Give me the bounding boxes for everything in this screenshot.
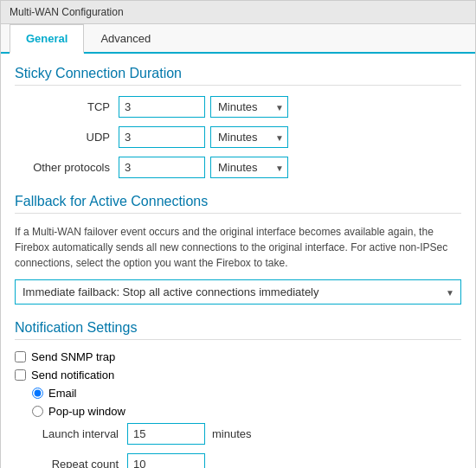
tab-general[interactable]: General bbox=[10, 24, 84, 54]
tcp-row: TCP Minutes Hours Seconds ▼ bbox=[15, 96, 461, 118]
window-title: Multi-WAN Configuration bbox=[1, 1, 475, 24]
snmp-trap-checkbox[interactable] bbox=[15, 351, 26, 362]
repeat-count-label: Repeat count bbox=[32, 458, 127, 468]
other-protocols-row: Other protocols Minutes Hours Seconds ▼ bbox=[15, 157, 461, 178]
repeat-count-row: Repeat count bbox=[15, 453, 461, 468]
launch-interval-unit: minutes bbox=[212, 427, 252, 440]
fallback-select-wrapper: Immediate failback: Stop all active conn… bbox=[15, 279, 461, 305]
other-protocols-unit-wrapper: Minutes Hours Seconds ▼ bbox=[210, 157, 288, 178]
launch-interval-input[interactable] bbox=[127, 423, 205, 445]
fallback-description: If a Multi-WAN failover event occurs and… bbox=[15, 224, 461, 271]
launch-interval-label: Launch interval bbox=[32, 427, 127, 440]
udp-input[interactable] bbox=[119, 126, 205, 148]
fallback-section: Fallback for Active Connections If a Mul… bbox=[15, 194, 461, 305]
fallback-title: Fallback for Active Connections bbox=[15, 194, 461, 214]
email-radio-row: Email bbox=[15, 387, 461, 400]
fallback-select[interactable]: Immediate failback: Stop all active conn… bbox=[15, 279, 461, 305]
tcp-input[interactable] bbox=[119, 96, 205, 118]
snmp-trap-row: Send SNMP trap bbox=[15, 350, 461, 363]
sticky-connection-title: Sticky Connection Duration bbox=[15, 66, 461, 86]
udp-label: UDP bbox=[15, 131, 119, 144]
udp-row: UDP Minutes Hours Seconds ▼ bbox=[15, 126, 461, 148]
send-notification-row: Send notification bbox=[15, 369, 461, 381]
tcp-label: TCP bbox=[15, 100, 119, 113]
send-notification-label: Send notification bbox=[31, 369, 114, 381]
other-protocols-label: Other protocols bbox=[15, 161, 119, 174]
sticky-connection-section: Sticky Connection Duration TCP Minutes H… bbox=[15, 66, 461, 178]
notification-section: Notification Settings Send SNMP trap Sen… bbox=[15, 320, 461, 468]
launch-interval-row: Launch interval minutes bbox=[15, 423, 461, 445]
tcp-unit-select[interactable]: Minutes Hours Seconds bbox=[210, 96, 288, 118]
udp-unit-select[interactable]: Minutes Hours Seconds bbox=[210, 126, 288, 148]
udp-unit-wrapper: Minutes Hours Seconds ▼ bbox=[210, 126, 288, 148]
tab-advanced[interactable]: Advanced bbox=[84, 24, 167, 54]
main-window: Multi-WAN Configuration General Advanced… bbox=[0, 0, 476, 468]
popup-radio[interactable] bbox=[32, 406, 43, 417]
email-label: Email bbox=[48, 387, 77, 400]
tcp-unit-wrapper: Minutes Hours Seconds ▼ bbox=[210, 96, 288, 118]
notification-title: Notification Settings bbox=[15, 320, 461, 340]
popup-radio-row: Pop-up window bbox=[15, 405, 461, 418]
other-protocols-unit-select[interactable]: Minutes Hours Seconds bbox=[210, 157, 288, 178]
tab-bar: General Advanced bbox=[1, 24, 475, 54]
email-radio[interactable] bbox=[32, 388, 43, 399]
send-notification-checkbox[interactable] bbox=[15, 369, 26, 381]
repeat-count-input[interactable] bbox=[127, 453, 205, 468]
other-protocols-input[interactable] bbox=[119, 157, 205, 178]
popup-label: Pop-up window bbox=[48, 405, 125, 418]
main-content: Sticky Connection Duration TCP Minutes H… bbox=[1, 54, 475, 468]
snmp-trap-label: Send SNMP trap bbox=[31, 350, 115, 363]
